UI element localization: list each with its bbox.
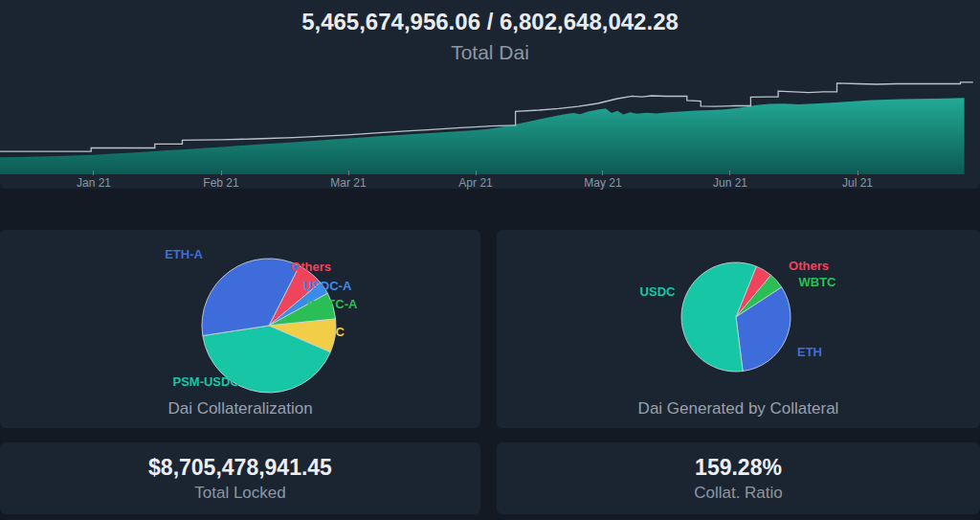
pie-label-eth-a: ETH-A — [165, 247, 203, 261]
x-axis-tick-label: Jul 21 — [842, 176, 873, 190]
x-axis: Jan 21Feb 21Mar 21Apr 21May 21Jun 21Jul … — [0, 174, 980, 189]
x-axis-tick-label: Mar 21 — [330, 176, 366, 190]
pie-label-others: Others — [789, 259, 829, 273]
pie-title-generated: Dai Generated by Collateral — [497, 399, 980, 418]
total-dai-area — [0, 98, 965, 174]
x-axis-tick-label: Feb 21 — [203, 176, 238, 190]
x-axis-tick-label: Apr 21 — [458, 176, 492, 190]
dai-collateralization-card: OthersUSDC-AWBTC-AETH-CPSM-USDC-AETH-A D… — [0, 230, 480, 428]
pie-label-eth: ETH — [797, 345, 822, 359]
pie-label-wbtc: WBTC — [799, 275, 837, 289]
collat-ratio-label: Collat. Ratio — [694, 484, 783, 503]
pie-label-psm-usdc-a: PSM-USDC-A — [172, 374, 253, 389]
stat-cards-row: $8,705,478,941.45 Total Locked 159.28% C… — [0, 442, 980, 514]
pie-title-collateralization: Dai Collateralization — [0, 399, 480, 418]
dai-generated-pie: OthersWBTCETHUSDC — [497, 230, 980, 395]
collat-ratio-value: 159.28% — [695, 455, 782, 481]
total-locked-card: $8,705,478,941.45 Total Locked — [0, 442, 480, 514]
pie-cards-row: OthersUSDC-AWBTC-AETH-CPSM-USDC-AETH-A D… — [0, 230, 980, 428]
total-locked-value: $8,705,478,941.45 — [148, 455, 332, 481]
page-title: 5,465,674,956.06 / 6,802,648,042.28 — [0, 9, 980, 35]
x-axis-tick-label: Jun 21 — [713, 176, 747, 190]
total-locked-label: Total Locked — [194, 484, 285, 503]
dai-generated-card: OthersWBTCETHUSDC Dai Generated by Colla… — [497, 230, 980, 428]
collat-ratio-card: 159.28% Collat. Ratio — [497, 442, 980, 514]
total-dai-area-chart — [0, 65, 980, 174]
page-subtitle: Total Dai — [0, 41, 980, 64]
pie-label-eth-c: ETH-C — [306, 325, 345, 339]
total-dai-section: 5,465,674,956.06 / 6,802,648,042.28 Tota… — [0, 0, 980, 189]
pie-label-usdc: USDC — [640, 284, 676, 299]
pie-label-others: Others — [291, 260, 331, 274]
x-axis-tick-label: May 21 — [584, 176, 621, 190]
dai-collateralization-pie: OthersUSDC-AWBTC-AETH-CPSM-USDC-AETH-A — [0, 230, 480, 395]
pie-label-usdc-a: USDC-A — [303, 279, 352, 293]
pie-label-wbtc-a: WBTC-A — [307, 297, 358, 311]
x-axis-tick-label: Jan 21 — [77, 176, 111, 190]
